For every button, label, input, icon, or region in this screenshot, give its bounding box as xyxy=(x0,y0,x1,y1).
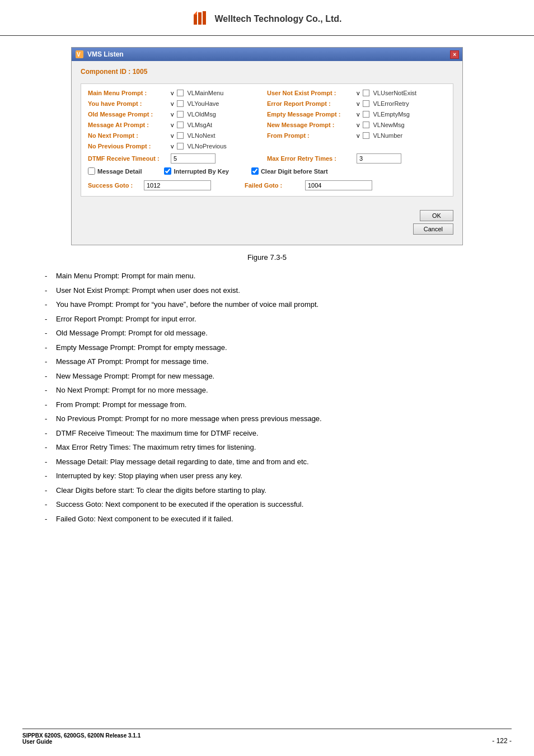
message-detail-label: Message Detail xyxy=(97,168,142,175)
form-row-3: Old Message Prompt : v VLOldMsg Empty Me… xyxy=(88,111,446,118)
dash-4: - xyxy=(45,328,54,339)
desc-text-5: Empty Message Prompt: Prompt for empty m… xyxy=(56,342,500,353)
from-prompt-checkbox[interactable] xyxy=(363,132,369,139)
new-message-value: VLNewMsg xyxy=(373,122,405,128)
dialog-close-button[interactable]: × xyxy=(450,50,459,59)
dash-2: - xyxy=(45,299,54,310)
ok-button[interactable]: OK xyxy=(420,210,453,221)
right-max-error: Max Error Retry Times : xyxy=(267,153,446,164)
desc-10: - No Previous Prompt: Prompt for no more… xyxy=(45,413,500,424)
main-menu-value: VLMainMenu xyxy=(188,90,224,96)
left-dtmf: DTMF Receive Timeout : xyxy=(88,153,267,164)
message-at-label: Message At Prompt : xyxy=(88,122,171,128)
you-have-checkbox[interactable] xyxy=(177,100,184,107)
dialog-titlebar: V VMS Listen × xyxy=(72,48,462,61)
company-logo: Welltech Technology Co., Ltd. xyxy=(193,10,342,28)
from-prompt-v: v xyxy=(357,132,360,139)
desc-text-13: Message Detail: Play message detail rega… xyxy=(56,456,500,468)
component-id: Component ID : 1005 xyxy=(81,68,453,76)
dash-10: - xyxy=(45,413,54,424)
you-have-label: You have Prompt : xyxy=(88,100,171,107)
right-error-report: Error Report Prompt : v VLErrorRetry xyxy=(267,100,446,107)
svg-rect-2 xyxy=(203,11,206,25)
empty-message-value: VLEmptyMsg xyxy=(373,111,410,118)
error-report-label: Error Report Prompt : xyxy=(267,100,357,107)
main-menu-checkbox[interactable] xyxy=(177,90,184,96)
no-next-value: VLNoNext xyxy=(188,132,216,139)
cancel-button[interactable]: Cancel xyxy=(413,223,453,235)
failed-goto-label: Failed Goto : xyxy=(245,182,301,189)
empty-message-checkbox[interactable] xyxy=(363,111,369,118)
from-prompt-dropdown-group: v VLNumber xyxy=(357,132,402,139)
message-detail-checkbox[interactable] xyxy=(88,167,95,175)
user-not-exist-checkbox[interactable] xyxy=(363,90,369,96)
desc-13: - Message Detail: Play message detail re… xyxy=(45,456,500,468)
desc-text-0: Main Menu Prompt: Prompt for main menu. xyxy=(56,270,500,282)
new-message-dropdown-group: v VLNewMsg xyxy=(357,122,405,128)
desc-text-8: No Next Prompt: Prompt for no more messa… xyxy=(56,385,500,396)
left-you-have: You have Prompt : v VLYouHave xyxy=(88,100,267,107)
dtmf-label: DTMF Receive Timeout : xyxy=(88,155,171,162)
max-error-input[interactable] xyxy=(357,153,401,164)
description-section: - Main Menu Prompt: Prompt for main menu… xyxy=(45,270,500,524)
no-previous-value: VLNoPrevious xyxy=(188,143,227,150)
clear-digit-checkbox[interactable] xyxy=(251,167,259,175)
dash-1: - xyxy=(45,285,54,296)
desc-text-15: Clear Digits before start: To clear the … xyxy=(56,485,500,496)
right-from-prompt: From Prompt : v VLNumber xyxy=(267,132,446,139)
dash-14: - xyxy=(45,470,54,482)
no-previous-checkbox[interactable] xyxy=(177,143,184,150)
dialog-buttons-area: OK Cancel xyxy=(72,206,462,245)
left-old-message: Old Message Prompt : v VLOldMsg xyxy=(88,111,267,118)
footer-page-number: - 122 - xyxy=(492,737,512,745)
success-goto-label: Success Goto : xyxy=(88,182,144,189)
you-have-value: VLYouHave xyxy=(188,100,219,107)
left-main-menu: Main Menu Prompt : v VLMainMenu xyxy=(88,90,267,96)
desc-text-1: User Not Exist Prompt: Prompt when user … xyxy=(56,285,500,296)
form-section: Main Menu Prompt : v VLMainMenu User Not… xyxy=(81,83,453,197)
desc-12: - Max Error Retry Times: The maximum ret… xyxy=(45,442,500,453)
success-goto-input[interactable] xyxy=(144,180,211,190)
left-message-at: Message At Prompt : v VLMsgAt xyxy=(88,122,267,128)
dash-9: - xyxy=(45,399,54,410)
new-message-checkbox[interactable] xyxy=(363,122,369,128)
no-next-v: v xyxy=(171,132,174,139)
dash-0: - xyxy=(45,270,54,282)
main-menu-dropdown-group: v VLMainMenu xyxy=(171,90,223,96)
form-row-goto: Success Goto : Failed Goto : xyxy=(88,180,446,190)
empty-message-v: v xyxy=(357,111,360,118)
desc-0: - Main Menu Prompt: Prompt for main menu… xyxy=(45,270,500,282)
desc-11: - DTMF Receive Timeout: The maximum time… xyxy=(45,428,500,439)
form-row-1: Main Menu Prompt : v VLMainMenu User Not… xyxy=(88,90,446,96)
form-row-6: No Previous Prompt : v VLNoPrevious xyxy=(88,143,446,150)
desc-9: - From Prompt: Prompt for message from. xyxy=(45,399,500,410)
error-report-v: v xyxy=(357,100,360,107)
dialog-title: VMS Listen xyxy=(87,50,124,58)
form-row-4: Message At Prompt : v VLMsgAt New Messag… xyxy=(88,122,446,128)
page-footer: SIPPBX 6200S, 6200GS, 6200N Release 3.1.… xyxy=(22,729,512,745)
message-at-checkbox[interactable] xyxy=(177,122,184,128)
no-next-checkbox[interactable] xyxy=(177,132,184,139)
error-report-checkbox[interactable] xyxy=(363,100,369,107)
interrupted-item: Interrupted By Key xyxy=(164,167,228,175)
interrupted-label: Interrupted By Key xyxy=(174,168,228,175)
dash-17: - xyxy=(45,514,54,525)
message-at-value: VLMsgAt xyxy=(188,122,213,128)
form-row-5: No Next Prompt : v VLNoNext From Prompt … xyxy=(88,132,446,139)
old-message-checkbox[interactable] xyxy=(177,111,184,118)
dash-15: - xyxy=(45,485,54,496)
failed-goto-input[interactable] xyxy=(305,180,372,190)
dash-7: - xyxy=(45,371,54,382)
desc-4: - Old Message Prompt: Prompt for old mes… xyxy=(45,328,500,339)
interrupted-checkbox[interactable] xyxy=(164,167,171,175)
dash-3: - xyxy=(45,314,54,325)
desc-3: - Error Report Prompt: Prompt for input … xyxy=(45,314,500,325)
new-message-v: v xyxy=(357,122,360,128)
form-row-checkboxes: Message Detail Interrupted By Key Clear … xyxy=(88,167,446,175)
desc-1: - User Not Exist Prompt: Prompt when use… xyxy=(45,285,500,296)
old-message-dropdown-group: v VLOldMsg xyxy=(171,111,216,118)
dtmf-input[interactable] xyxy=(171,153,216,164)
from-prompt-value: VLNumber xyxy=(373,132,403,139)
footer-line1: SIPPBX 6200S, 6200GS, 6200N Release 3.1.… xyxy=(22,732,140,739)
desc-text-9: From Prompt: Prompt for message from. xyxy=(56,399,500,410)
